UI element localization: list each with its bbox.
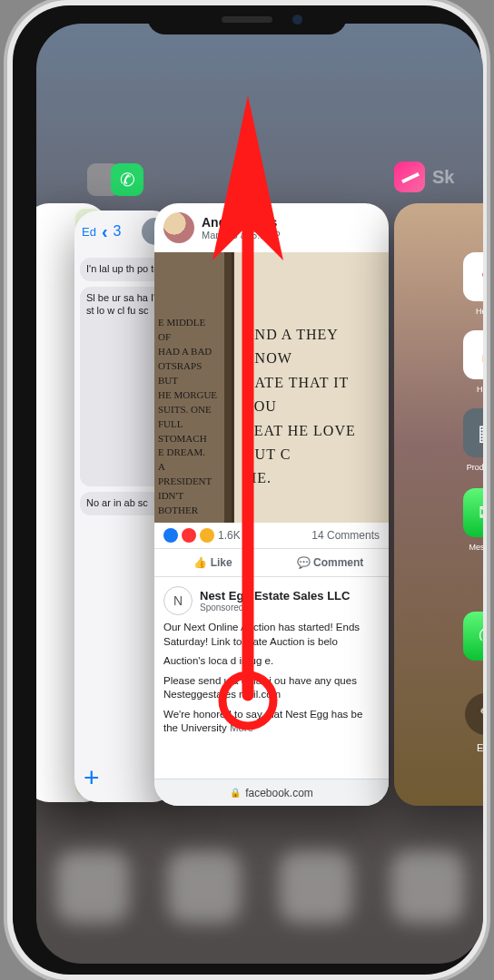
productivity-label: Productivity: [461, 463, 483, 472]
whatsapp-app-icon-cluster: ✆: [87, 163, 143, 196]
thumb-up-icon: 👍: [193, 556, 210, 569]
messages-edit[interactable]: Ed: [82, 225, 96, 239]
post-author-avatar[interactable]: [163, 212, 194, 243]
health-app-icon[interactable]: ♥: [463, 252, 483, 301]
pencil-icon: ✎: [479, 704, 484, 724]
comments-count[interactable]: 14 Comments: [311, 529, 380, 542]
book-right-page-text: AND A THEY KNOW HATE THAT IT COU BEAT HE…: [243, 323, 383, 491]
lock-icon: 🔒: [230, 788, 241, 798]
reaction-love-icon: [182, 528, 196, 543]
url-host: facebook.com: [245, 787, 313, 799]
sponsor-subtitle: Sponsored ·: [200, 603, 350, 612]
reaction-count: 1.6K: [218, 529, 241, 542]
home-app-icon[interactable]: ⌂: [463, 330, 483, 379]
widgets-edit-button[interactable]: ✎: [465, 693, 483, 735]
widgets-edit-label: EDIT: [477, 742, 483, 753]
skitch-app-label: Sk: [394, 162, 454, 192]
sponsor-text: We're honored to say that Nest Egg has b…: [163, 708, 380, 736]
sponsor-text: Our Next Online Auction has started! End…: [163, 621, 380, 649]
like-button[interactable]: 👍 Like: [154, 549, 272, 577]
sponsor-logo: N: [163, 586, 193, 615]
see-more-link[interactable]: More: [230, 722, 253, 733]
fb-post-header: Andrea Gibs March 8 at 5:16 P: [154, 203, 389, 247]
phone-app-icon[interactable]: ✆ 53: [463, 612, 483, 661]
book-left-page-text: E MIDDLE OF HAD A BAD OTSRAPS BUT HE MOR…: [158, 316, 219, 518]
sponsor-text: Please send u a email i ou have any ques…: [163, 674, 380, 702]
productivity-folder-icon[interactable]: ▦: [463, 408, 483, 457]
iphone-screen: ✆ Ed ‹ 3 I'n lal up th po to Sl be ur sa…: [36, 24, 483, 964]
post-timestamp: March 8 at 5:16 P: [202, 230, 281, 240]
front-camera: [292, 15, 302, 24]
comment-button[interactable]: 💬 Comment: [272, 549, 389, 577]
post-reactions-bar[interactable]: 1.6K 14 Comments: [154, 523, 389, 549]
health-app-label: Health: [461, 307, 483, 316]
skitch-icon: [394, 162, 425, 192]
safari-url-bar[interactable]: 🔒 facebook.com: [154, 779, 389, 806]
iphone-frame: ✆ Ed ‹ 3 I'n lal up th po to Sl be ur sa…: [13, 5, 481, 975]
speaker-grille: [222, 16, 272, 23]
post-action-bar: 👍 Like 💬 Comment: [154, 549, 389, 577]
whatsapp-icon: ✆: [111, 163, 143, 196]
messages-app-label: Messages: [461, 543, 483, 552]
compose-plus-icon[interactable]: +: [84, 762, 100, 793]
messages-back-count[interactable]: 3: [114, 223, 122, 240]
app-card-homescreen[interactable]: 8:50 ♥ Health ⌂ Home ▦ Productivity ✉ Me…: [394, 203, 483, 806]
sponsored-post[interactable]: N Nest Egg Estate Sales LLC Sponsored · …: [154, 577, 389, 736]
blurred-home-dock: [36, 809, 483, 964]
post-image-book[interactable]: E MIDDLE OF HAD A BAD OTSRAPS BUT HE MOR…: [154, 252, 389, 523]
messages-app-icon[interactable]: ✉: [463, 488, 483, 537]
back-chevron-icon[interactable]: ‹: [102, 221, 108, 242]
sponsor-title[interactable]: Nest Egg Estate Sales LLC: [200, 589, 350, 603]
reaction-wow-icon: [200, 528, 214, 543]
post-author-name[interactable]: Andrea Gibs: [202, 215, 281, 230]
reaction-like-icon: [163, 528, 178, 543]
app-card-safari[interactable]: Safari Andrea Gibs March 8 at 5:16 P E M…: [154, 203, 389, 806]
comment-icon: 💬: [297, 556, 313, 569]
sponsor-text: Auction's loca d in ug e.: [163, 654, 380, 669]
iphone-notch: [147, 5, 347, 34]
home-app-label: Home: [461, 385, 483, 394]
